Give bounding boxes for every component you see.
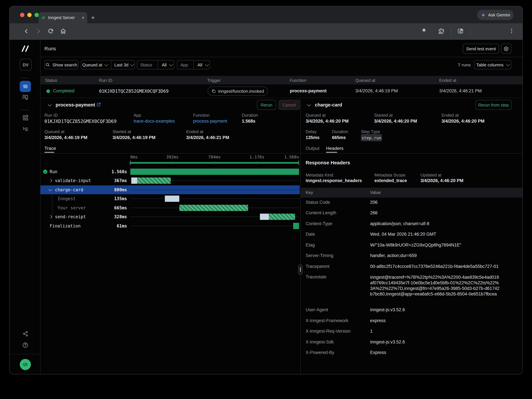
trace-bar-run[interactable] [130,169,299,175]
show-search-label: Show search [52,62,77,67]
trace-row-run[interactable]: Run 1.568s [40,167,300,176]
metadata-updated-value: 3/4/2026, 4:46:20 PM [420,178,463,183]
trace-label: Run [50,169,57,174]
kv-key: Traceparent [306,264,329,269]
reload-icon[interactable] [47,28,54,35]
queue-segment [260,214,269,220]
trace-bar-inngest[interactable] [165,196,179,202]
function-link[interactable]: process-payment [193,119,227,123]
send-test-event-button[interactable]: Send test event [463,44,499,54]
table-columns-button[interactable]: Table columns [474,60,511,69]
terminal-list-icon [22,126,29,132]
trace-row-send-receipt[interactable]: send-receipt 328ms [40,212,300,221]
side-panel-search-icon[interactable] [457,28,464,35]
sidebar-item-events[interactable] [20,123,31,135]
trace-row-inngest[interactable]: Inngest 135ms [40,194,300,203]
time-range-dropdown[interactable]: Last 3d [114,61,134,69]
queued-at-dropdown[interactable]: Queued at [81,61,108,69]
dev-server-button[interactable] [20,359,31,370]
trace-bar-send-receipt[interactable] [269,214,295,220]
panel-resize-handle[interactable] [298,264,303,275]
browser-menu-icon[interactable] [508,28,515,34]
collapse-run-chevron[interactable] [48,103,52,106]
status-value-label: All [162,62,167,67]
kv-value: 00-a8bc2f17c4ccce87cc7376e5246a221b-f4ae… [370,264,499,269]
status-filter-value[interactable]: All [160,61,174,69]
chevron-down-icon [130,63,134,66]
table-row[interactable]: Completed 01KJXD1TQCZ852GMEX0CQF3D69 inn… [40,85,522,98]
minimize-window-button[interactable] [27,13,32,17]
trace-bar-finalization[interactable] [293,223,299,229]
queue-segment [131,178,137,184]
ask-gemini-label: Ask Gemini [488,12,510,18]
status-filter[interactable]: Status All [137,60,174,69]
inngest-logo[interactable] [20,43,31,54]
tab-output[interactable]: Output [306,146,319,151]
extensions-icon[interactable] [438,28,445,35]
trace-row-finalization[interactable]: Finalization 61ms [40,221,300,230]
bookmark-star-icon[interactable]: ★ [421,27,427,34]
app-link[interactable]: trace-docs-examples [133,119,175,123]
tab-trace[interactable]: Trace [44,146,56,151]
apps-icon [22,114,29,121]
kv-value-column: Value [370,190,381,195]
kv-key: Date [306,232,315,237]
tab-headers[interactable]: Headers [326,146,343,151]
trigger-pill[interactable]: inngest/function.invoked [208,86,268,96]
kv-value: 1 [370,329,373,334]
trace-bar-your-server[interactable] [179,205,248,211]
chevron-right-icon[interactable] [49,179,52,182]
sidebar-item-apps[interactable] [20,112,31,123]
browser-tab[interactable]: Inngest Server ✕ [38,12,87,23]
step-ended-at-label: Ended at [442,113,459,118]
trace-row-validate-input[interactable]: validate-input 367ms [40,176,300,185]
tab-close-icon[interactable]: ✕ [82,16,85,20]
trace-track [130,198,299,199]
workspace-badge[interactable]: DV [20,59,32,71]
axis-tick-3: 1.176s [250,154,264,160]
row-run-id: 01KJXD1TQCZ852GMEX0CQF3D69 [99,88,169,94]
sidebar-item-runs[interactable] [20,81,31,92]
home-icon[interactable] [60,28,67,35]
close-window-button[interactable] [20,13,24,17]
external-link-icon[interactable] [96,102,101,107]
forward-icon[interactable] [35,28,42,35]
axis-tick-4: 1.568s [279,154,299,160]
new-tab-button[interactable]: + [91,14,95,21]
app-filter-value[interactable]: All [196,61,209,69]
rerun-from-step-button[interactable]: Rerun from step [475,100,512,110]
show-search-button[interactable]: Show search [44,60,78,69]
trace-bar-validate-input[interactable] [137,178,171,184]
zoom-window-button[interactable] [35,13,39,17]
kv-value: inngest-js:v3.52.6 [370,307,405,312]
collapse-step-chevron[interactable] [307,103,311,106]
screen: Inngest Server ✕ + Ask Gemini localhost:… [0,0,532,399]
app-filter[interactable]: App All [177,60,210,69]
back-icon[interactable] [23,28,30,35]
queued-at-filter[interactable]: Queued at Last 3d [81,60,135,69]
step-duration-value: 665ms [332,135,346,140]
kv-value: W/"10a-W8k9rUOR+zZG9xQQp8hg7694N1E" [370,243,461,247]
sidebar-item-share[interactable] [20,328,31,339]
step-type-value: step.run [361,135,381,140]
kv-key: X-Inngest-Req-Version [306,329,351,334]
kv-key: Etag [306,243,315,247]
rerun-button[interactable]: Rerun [257,100,276,110]
cancel-label: Cancel [283,102,296,107]
settings-button[interactable] [501,44,511,54]
cancel-button[interactable]: Cancel [279,100,300,110]
sidebar-item-help[interactable] [20,339,31,351]
chevron-right-icon[interactable] [49,215,52,218]
sidebar-item-inspector[interactable] [20,92,31,103]
table-columns-label: Table columns [476,62,504,67]
ask-gemini-button[interactable]: Ask Gemini [477,10,513,20]
page-title: Runs [44,46,56,51]
step-ended-at-value: 3/4/2026, 4:46:20 PM [442,119,484,123]
filter-group-divider [111,61,111,69]
headers-tab-indicator [326,152,337,153]
trace-row-your-server[interactable]: Your server 665ms [40,203,300,212]
metadata-kind-value: inngest.response_headers [306,178,362,183]
trace-row-charge-card-selected[interactable]: charge-card 800ms [40,185,300,194]
chevron-down-icon[interactable] [49,188,52,191]
kv-value: Express [370,350,386,355]
